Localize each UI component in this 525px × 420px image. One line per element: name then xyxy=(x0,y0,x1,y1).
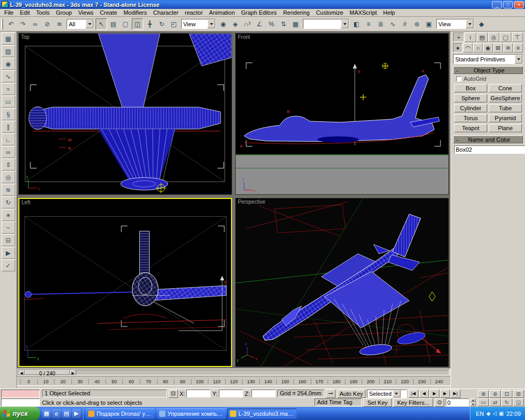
y-coordinate-field[interactable] xyxy=(219,390,243,397)
viewport-perspective[interactable]: Perspective xyxy=(235,198,449,367)
category-lights[interactable]: ☼ xyxy=(473,43,482,52)
select-by-name-icon[interactable]: ▤ xyxy=(108,18,119,30)
autogrid-checkbox[interactable] xyxy=(456,76,461,81)
chevron-down-icon[interactable] xyxy=(514,55,522,64)
menu-item[interactable]: Tools xyxy=(33,9,53,16)
object-type-button[interactable]: Cylinder xyxy=(454,104,487,112)
use-center-icon[interactable]: ◉ xyxy=(217,18,229,30)
tray-icon-shield[interactable]: ◆ xyxy=(487,411,491,416)
clock[interactable]: 22:09 xyxy=(506,411,521,417)
tab-display[interactable]: ▢ xyxy=(500,33,511,42)
object-type-button[interactable]: Pyramid xyxy=(489,114,522,122)
time-slider-track[interactable]: ◀ 0 / 240 ▶ xyxy=(18,370,449,375)
tray-icon-volume[interactable]: ◁ xyxy=(492,411,497,416)
schematic-view-icon[interactable]: # xyxy=(399,18,411,30)
category-cameras[interactable]: ◉ xyxy=(483,43,492,52)
region-zoom-icon[interactable]: ▭ xyxy=(478,398,489,406)
zoom-extents-icon[interactable]: ⊡ xyxy=(501,390,512,398)
object-type-button[interactable]: Tube xyxy=(489,104,522,112)
render-scene-icon[interactable]: ▣ xyxy=(423,18,435,30)
object-type-button[interactable]: GeoSphere xyxy=(489,94,522,102)
object-name-field[interactable] xyxy=(454,145,525,154)
menu-item[interactable]: Rendering xyxy=(280,9,313,16)
menu-item[interactable]: Group xyxy=(52,9,75,16)
reactor-hinge-icon[interactable]: ∟ xyxy=(2,133,15,145)
tab-create[interactable]: + xyxy=(453,33,464,42)
viewport-perspective-canvas[interactable]: z x y xyxy=(236,198,448,366)
unlink-selection-icon[interactable]: ⊘ xyxy=(41,18,53,30)
frame-spinner[interactable] xyxy=(470,398,476,406)
go-to-start-button[interactable]: |◀ xyxy=(408,390,418,398)
percent-snap-icon[interactable]: % xyxy=(266,18,277,30)
reactor-wind-icon[interactable]: ≋ xyxy=(2,184,15,196)
tray-icon-network[interactable]: ▣ xyxy=(499,411,503,416)
bind-to-space-warp-icon[interactable]: ≋ xyxy=(54,18,65,30)
viewport-front-label[interactable]: Front xyxy=(238,34,250,40)
spinner-down-icon[interactable] xyxy=(470,403,476,406)
time-slider-handle[interactable]: 0 / 240 xyxy=(25,370,70,375)
reactor-toy-car-icon[interactable]: ⊟ xyxy=(2,234,15,246)
align-icon[interactable]: ≡ xyxy=(363,18,374,30)
x-coordinate-field[interactable] xyxy=(186,390,211,397)
selection-lock-icon[interactable]: ⊡ xyxy=(169,390,178,398)
menu-item[interactable]: Character xyxy=(150,9,182,16)
zoom-icon[interactable]: ⊕ xyxy=(478,390,489,398)
key-step-toggle-icon[interactable]: ⊙ xyxy=(435,398,444,407)
next-frame-arrow-icon[interactable]: ▶ xyxy=(70,370,76,375)
menu-item[interactable]: Create xyxy=(97,9,120,16)
task-podarok[interactable]: Подарок Dronas' у н... xyxy=(86,408,155,419)
maximize-button[interactable]: □ xyxy=(503,1,513,8)
zoom-extents-all-icon[interactable]: ⊞ xyxy=(513,390,524,398)
zoom-all-icon[interactable]: ⊛ xyxy=(489,390,500,398)
maxscript-mini-listener[interactable] xyxy=(0,389,41,407)
auto-key-button[interactable]: Auto Key xyxy=(337,390,365,398)
category-geometry[interactable]: ● xyxy=(453,43,463,52)
internet-explorer-icon[interactable]: e xyxy=(52,409,61,418)
reactor-dashpot-icon[interactable]: ∥ xyxy=(2,121,15,133)
reactor-prismatic-icon[interactable]: ⇕ xyxy=(2,159,15,171)
menu-item[interactable]: Views xyxy=(75,9,97,16)
object-type-button[interactable]: Cone xyxy=(489,84,522,92)
set-key-button[interactable]: Set Key xyxy=(363,398,392,407)
angle-snap-icon[interactable]: ∠ xyxy=(254,18,265,30)
reactor-rigid-body-collection-icon[interactable]: ▦ xyxy=(2,33,15,45)
select-and-rotate-icon[interactable]: ↻ xyxy=(156,18,167,30)
name-color-rollout-header[interactable]: - Name and Color xyxy=(453,135,523,143)
viewport-left-label[interactable]: Left xyxy=(22,200,30,205)
select-and-link-icon[interactable]: ∞ xyxy=(29,18,41,30)
window-crossing-icon[interactable]: ◫ xyxy=(132,18,143,30)
viewport-top[interactable]: Top xyxy=(18,33,232,195)
menu-item[interactable]: Edit xyxy=(17,9,33,16)
viewport-top-canvas[interactable]: M N x y xyxy=(19,34,232,194)
viewport-top-label[interactable]: Top xyxy=(21,34,29,40)
category-systems[interactable]: ¤ xyxy=(513,43,523,52)
menu-item[interactable]: File xyxy=(1,9,17,16)
layer-manager-icon[interactable]: ≣ xyxy=(375,18,386,30)
language-indicator[interactable]: EN xyxy=(476,411,484,417)
tab-motion[interactable]: ◎ xyxy=(488,33,499,42)
min-max-toggle-icon[interactable]: ◲ xyxy=(513,398,524,406)
next-frame-button[interactable]: ▶ xyxy=(440,390,450,398)
undo-icon[interactable]: ↶ xyxy=(5,18,17,30)
object-type-button[interactable]: Plane xyxy=(489,124,522,132)
reactor-cloth-collection-icon[interactable]: ▨ xyxy=(2,45,15,57)
object-type-button[interactable]: Sphere xyxy=(454,94,487,102)
select-object-icon[interactable]: ↖ xyxy=(96,18,107,30)
viewport-left[interactable]: Left xyxy=(18,198,232,367)
rectangular-selection-region-icon[interactable]: ▢ xyxy=(120,18,131,30)
media-player-icon[interactable]: ▶ xyxy=(72,409,81,418)
menu-item[interactable]: MAXScript xyxy=(346,9,380,16)
current-frame-field[interactable] xyxy=(446,398,469,406)
selection-filter-dropdown[interactable]: All xyxy=(67,19,94,29)
key-filters-button[interactable]: Key Filters... xyxy=(393,398,433,407)
viewport-front-canvas[interactable]: y A B K z xyxy=(236,34,448,194)
menu-item[interactable]: Animation xyxy=(206,9,238,16)
object-type-button[interactable]: Box xyxy=(454,84,487,92)
show-desktop-icon[interactable]: ▦ xyxy=(42,409,51,418)
select-and-move-icon[interactable]: ╋ xyxy=(144,18,155,30)
add-time-tag[interactable]: Add Time Tag xyxy=(314,398,362,406)
toolbar-grip-icon[interactable] xyxy=(1,19,3,29)
macro-recorder-line[interactable] xyxy=(1,390,40,398)
task-computer-management[interactable]: Управление компью... xyxy=(156,408,226,419)
tab-modify[interactable]: ≀ xyxy=(465,33,476,42)
